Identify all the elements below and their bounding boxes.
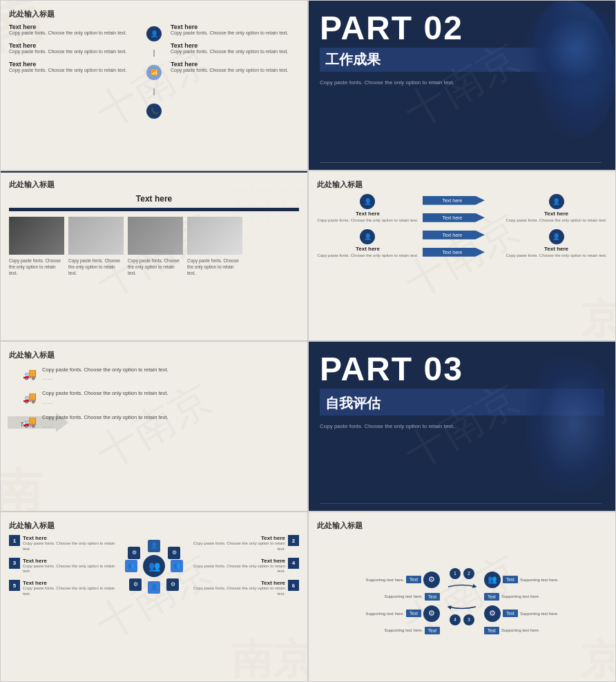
slide-1-right-items: Text here Copy paste fonts. Choose the o…: [171, 23, 299, 119]
caption: Copy paste fonts. Choose the only option…: [187, 257, 242, 276]
photo-placeholder: [68, 217, 124, 255]
num-4: 4: [450, 614, 461, 625]
s7-center: 👥 👤 ⚙ 👥 ⚙ 👤 ⚙ 👥 ⚙: [126, 538, 182, 594]
list-item: Text here Copy paste fonts. Choose the o…: [171, 61, 299, 72]
item-title: Text here: [356, 211, 380, 217]
slide-4-layout: 👤 Text here Copy paste fonts. Choose the…: [317, 194, 607, 259]
slide-6: PART 03 自我评估 Copy paste fonts. Choose th…: [308, 341, 616, 512]
s7-item-2: Text here Copy paste fonts. Choose the o…: [184, 535, 299, 552]
slide-7: 南京 此处输入标题 1 Text here Copy paste fonts. …: [0, 512, 308, 682]
dark-bar: [9, 208, 299, 211]
slide-7-title: 此处输入标题: [9, 520, 299, 531]
gear-icon: ⚙: [423, 572, 440, 588]
truck-icon: 🚚: [23, 415, 37, 428]
arrow-badge-2: Text here: [423, 213, 485, 222]
person-icon: 👤: [549, 194, 564, 209]
s8-row1-right: 👥 Text Supporting text here.: [484, 568, 607, 592]
petal-right: 👥: [171, 560, 183, 572]
s7-text: Text here Copy paste fonts. Choose the o…: [184, 558, 285, 575]
s7-item-6: Text here Copy paste fonts. Choose the o…: [184, 580, 299, 597]
s7-text: Text here Copy paste fonts. Choose the o…: [184, 535, 285, 552]
petal-top: 👤: [148, 540, 160, 552]
support-text: Supporting text here.: [365, 578, 404, 582]
list-item: Text here Copy paste fonts. Choose the o…: [9, 61, 137, 72]
s8-center-4: [441, 627, 483, 634]
truck-icon: 🚚: [23, 367, 37, 380]
list-item: Text here Copy paste fonts. Choose the o…: [9, 23, 137, 35]
s8-row2-left: Supporting text here. Text: [317, 593, 440, 601]
right-badge: Text: [503, 610, 518, 617]
gear-icon: ⚙: [484, 605, 501, 622]
slide-8: 京 此处输入标题 Supporting text here. Text ⚙ 1 …: [308, 512, 616, 682]
slide-3: 南京 此处输入标题 Text here Copy paste fonts. Ch…: [0, 170, 308, 341]
item-title: Text here: [356, 246, 380, 252]
s7-item-4: Text here Copy paste fonts. Choose the o…: [184, 558, 299, 575]
right-badge: Text: [484, 593, 499, 601]
s8-center-3: 4 3: [441, 602, 483, 625]
s8-row3-right: ⚙ Text Supporting text here.: [484, 602, 607, 625]
left-item-1: 👤 Text here Copy paste fonts. Choose the…: [317, 194, 418, 224]
left-item-2: 👤 Text here Copy paste fonts. Choose the…: [317, 229, 418, 259]
right-item-2: 👤 Text here Copy paste fonts. Choose the…: [506, 229, 607, 259]
right-badge: Text: [484, 627, 499, 634]
support-text: Supporting text here.: [520, 578, 559, 582]
support-text: Supporting text here.: [365, 612, 404, 616]
s8-row4-left: Supporting text here. Text: [317, 627, 440, 634]
slide-5: 南 此处输入标题 Text 🚚 Copy paste fonts. Choose…: [0, 341, 308, 512]
support-text: Supporting text here.: [384, 594, 423, 598]
s8-row4-right: Text Supporting text here.: [484, 627, 607, 634]
left-badge: Text: [406, 610, 421, 617]
number-badge: 2: [288, 535, 299, 546]
left-badge: Text: [406, 576, 421, 583]
photo-placeholder: [128, 217, 183, 255]
slide-8-grid: Supporting text here. Text ⚙ 1 2 👥 Text …: [317, 535, 607, 667]
list-item: Text here Copy paste fonts. Choose the o…: [171, 23, 299, 35]
s8-center-2: [441, 593, 483, 601]
arrow-connector: [447, 582, 477, 592]
photo-item-3: Copy paste fonts. Choose the only option…: [128, 217, 183, 276]
s8-center-top: 1 2: [441, 568, 483, 592]
person-icon: 👤: [360, 229, 375, 244]
person-icon: 👤: [146, 26, 162, 41]
photo-placeholder: [9, 217, 64, 255]
petal-tl: ⚙: [128, 547, 140, 559]
s8-row1-left: Supporting text here. Text ⚙: [317, 568, 440, 592]
dots: ……: [42, 422, 169, 429]
s7-left: 1 Text here Copy paste fonts. Choose the…: [9, 535, 124, 597]
caption: Copy paste fonts. Choose the only option…: [128, 257, 183, 276]
list-item: Text here Copy paste fonts. Choose the o…: [9, 42, 137, 54]
slide-4-title: 此处输入标题: [317, 179, 607, 190]
arrow-connector-bottom: [447, 602, 477, 612]
divider: [320, 503, 601, 504]
slide-1-icons: 👤 📶 📞: [140, 23, 168, 119]
number-badge: 4: [288, 558, 299, 569]
arrow-badge-3: Text here: [423, 231, 485, 240]
ink-blob: [519, 0, 616, 104]
num-1: 1: [450, 568, 461, 579]
photo-item-2: Copy paste fonts. Choose the only option…: [68, 217, 124, 276]
petal-br: ⚙: [166, 578, 179, 591]
s7-grid: 1 Text here Copy paste fonts. Choose the…: [9, 535, 299, 597]
caption: Copy paste fonts. Choose the only option…: [9, 257, 64, 276]
watermark-4: 京: [581, 291, 616, 341]
num-3: 3: [463, 614, 474, 625]
dots: ……: [42, 399, 169, 405]
connector: [153, 50, 155, 57]
slide-4: 京 此处输入标题 👤 Text here Copy paste fonts. C…: [308, 170, 616, 341]
support-text: Supporting text here.: [501, 594, 540, 598]
signal-icon: 📶: [146, 65, 162, 80]
person-icon: 👤: [360, 194, 375, 209]
petal-bl: ⚙: [129, 578, 142, 591]
photo-item-4: Copy paste fonts. Choose the only option…: [187, 217, 242, 276]
right-item-1: 👤 Text here Copy paste fonts. Choose the…: [506, 194, 607, 224]
s7-text: Text here Copy paste fonts. Choose the o…: [23, 535, 124, 552]
truck-icon: 🚚: [23, 391, 37, 404]
delivery-text: Copy paste fonts. Choose the only option…: [42, 389, 169, 405]
divider: [320, 162, 601, 163]
support-text: Supporting text here.: [384, 628, 423, 632]
s7-text: Text here Copy paste fonts. Choose the o…: [184, 580, 285, 597]
s7-item-3: 3 Text here Copy paste fonts. Choose the…: [9, 558, 124, 575]
s7-item-1: 1 Text here Copy paste fonts. Choose the…: [9, 535, 124, 552]
petal-diagram: 👥 👤 ⚙ 👥 ⚙ 👤 ⚙ 👥 ⚙: [126, 538, 182, 594]
slide-8-title: 此处输入标题: [317, 520, 607, 531]
